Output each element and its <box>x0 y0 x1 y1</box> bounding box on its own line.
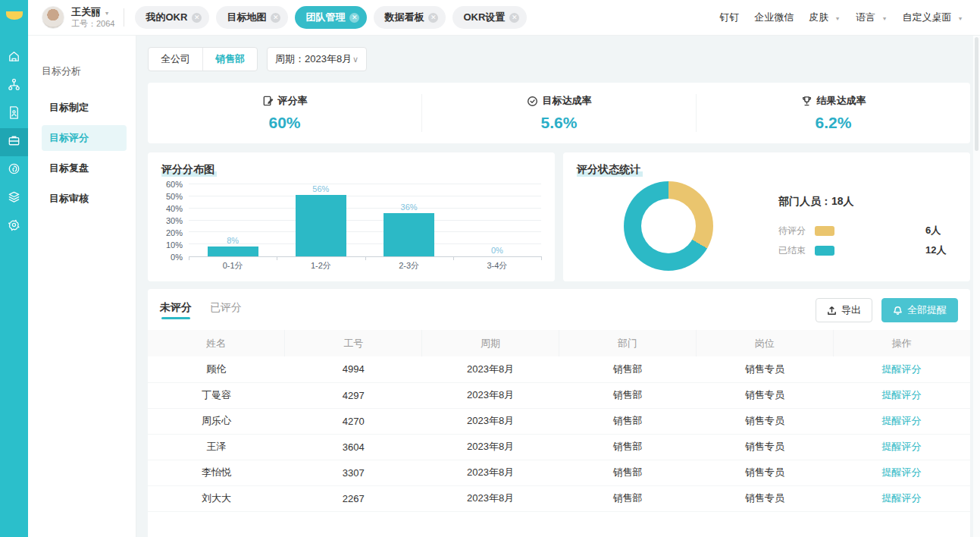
table-cell: 丁曼容 <box>148 382 285 408</box>
main-content: 全公司 销售部 周期：2023年8月 ∨ 评分率 60% 目标达成率 <box>136 36 972 537</box>
rail-item-document-user[interactable] <box>0 100 28 128</box>
bar-value-label: 36% <box>401 203 418 212</box>
export-button[interactable]: 导出 <box>816 298 872 322</box>
bar-chart: 0%10%20%30%40%50%60% 8%56%36%0% <box>161 184 541 257</box>
table-cell: 4297 <box>285 382 422 408</box>
bar[interactable] <box>384 213 434 256</box>
table-cell: 销售专员 <box>696 485 833 511</box>
rail-item-home[interactable] <box>0 44 28 72</box>
workspace-tab-0[interactable]: 我的OKR✕ <box>135 6 209 29</box>
x-axis-label: 3-4分 <box>453 260 541 272</box>
table-row: 顾伦49942023年8月销售部销售专员提醒评分 <box>148 356 970 382</box>
rail-item-gear[interactable] <box>0 212 28 240</box>
remind-all-button[interactable]: 全部提醒 <box>881 298 958 322</box>
workspace-tab-2[interactable]: 团队管理✕ <box>295 6 367 29</box>
close-icon[interactable]: ✕ <box>428 13 438 23</box>
action-cell: 提醒评分 <box>833 356 970 382</box>
tab-label: OKR设置 <box>463 11 505 24</box>
bar[interactable] <box>296 195 346 256</box>
y-axis-tick: 20% <box>166 228 183 237</box>
remind-score-link[interactable]: 提醒评分 <box>882 389 922 400</box>
bar-chart-title: 评分分布图 <box>161 163 217 177</box>
workspace-tab-3[interactable]: 数据看板✕ <box>374 6 446 29</box>
column-header: 周期 <box>422 330 559 356</box>
remind-score-link[interactable]: 提醒评分 <box>882 492 922 504</box>
user-info[interactable]: 王关丽▼ 工号：2064 <box>71 6 114 30</box>
topbar-menu-0[interactable]: 钉钉 <box>719 11 739 24</box>
tab-scored[interactable]: 已评分 <box>210 301 242 319</box>
org-chart-icon <box>7 77 21 95</box>
legend-value: 12人 <box>925 243 946 257</box>
user-avatar[interactable] <box>42 6 64 29</box>
chevron-down-icon: ▼ <box>957 15 963 21</box>
sidebar-item-0[interactable]: 目标制定 <box>42 95 127 121</box>
rail-item-briefcase[interactable] <box>0 128 28 156</box>
column-header: 工号 <box>285 330 422 356</box>
table-cell: 顾伦 <box>148 356 285 382</box>
close-icon[interactable]: ✕ <box>192 13 202 23</box>
y-axis-tick: 30% <box>166 216 183 225</box>
workspace-tab-4[interactable]: OKR设置✕ <box>452 6 527 29</box>
legend-value: 6人 <box>925 224 941 237</box>
column-header: 操作 <box>833 330 970 356</box>
donut-hole <box>641 199 696 253</box>
bar-value-label: 8% <box>227 236 239 245</box>
y-axis-tick: 50% <box>166 192 183 201</box>
vertical-scrollbar[interactable] <box>973 36 980 537</box>
remind-score-link[interactable]: 提醒评分 <box>882 441 922 452</box>
remind-score-link[interactable]: 提醒评分 <box>882 363 922 375</box>
column-header: 岗位 <box>696 330 833 356</box>
score-status-card: 评分状态统计 部门人员：18人 待评分6人已结束12人 <box>563 152 970 281</box>
rail-item-org-chart[interactable] <box>0 72 28 100</box>
tab-label: 我的OKR <box>146 11 187 24</box>
close-icon[interactable]: ✕ <box>509 13 519 23</box>
stats-card: 评分率 60% 目标达成率 5.6% 结果达成率 6.2% <box>148 83 970 143</box>
scope-option-sales-dept[interactable]: 销售部 <box>203 48 257 71</box>
workspace-tab-1[interactable]: 目标地图✕ <box>216 6 288 29</box>
stat-score-rate: 评分率 60% <box>148 94 421 132</box>
table-cell: 2023年8月 <box>422 460 559 485</box>
score-rate-icon <box>262 96 274 107</box>
sidebar-item-3[interactable]: 目标审核 <box>42 186 127 212</box>
user-employee-id: 工号：2064 <box>71 19 114 30</box>
topbar-menu-1[interactable]: 企业微信 <box>754 11 794 24</box>
period-dropdown[interactable]: 周期：2023年8月 ∨ <box>267 47 367 71</box>
scrollbar-thumb[interactable] <box>975 37 978 151</box>
topbar-menu-3[interactable]: 语言 ▼ <box>856 11 888 24</box>
chevron-down-icon: ▼ <box>104 10 109 17</box>
table-row: 刘大大22672023年8月销售部销售专员提醒评分 <box>148 485 970 511</box>
remind-score-link[interactable]: 提醒评分 <box>882 415 922 426</box>
tab-not-scored[interactable]: 未评分 <box>160 301 192 319</box>
topbar: 王关丽▼ 工号：2064 我的OKR✕目标地图✕团队管理✕数据看板✕OKR设置✕… <box>28 0 980 36</box>
table-cell: 2023年8月 <box>422 382 559 408</box>
bar[interactable] <box>208 247 258 256</box>
x-axis-label: 1-2分 <box>277 260 365 272</box>
briefcase-icon <box>7 133 21 151</box>
remind-score-link[interactable]: 提醒评分 <box>882 466 922 478</box>
action-cell: 提醒评分 <box>833 434 970 460</box>
chevron-down-icon: ▼ <box>881 15 887 21</box>
sidebar-item-2[interactable]: 目标复盘 <box>42 155 127 181</box>
scope-option-all-company[interactable]: 全公司 <box>149 48 202 71</box>
table-row: 王泽36042023年8月销售部销售专员提醒评分 <box>148 434 970 460</box>
column-header: 部门 <box>559 330 696 356</box>
table-cell: 2267 <box>285 485 422 511</box>
rail-item-layers[interactable] <box>0 184 28 212</box>
topbar-menu-4[interactable]: 自定义桌面 ▼ <box>902 11 963 24</box>
app-rail <box>0 0 28 537</box>
brand-logo[interactable] <box>0 0 28 30</box>
topbar-menu-2[interactable]: 皮肤 ▼ <box>809 11 841 24</box>
score-distribution-card: 评分分布图 0%10%20%30%40%50%60% 8%56%36%0% 0-… <box>148 152 555 281</box>
donut-ring <box>624 181 713 271</box>
rail-item-fingerprint[interactable] <box>0 156 28 184</box>
bell-icon <box>893 306 903 316</box>
stat-goal-rate: 目标达成率 5.6% <box>421 94 696 132</box>
stat-value: 5.6% <box>422 114 696 132</box>
close-icon[interactable]: ✕ <box>349 13 359 23</box>
gear-icon <box>7 218 21 235</box>
x-axis-label: 0-1分 <box>189 260 277 272</box>
table-cell: 销售专员 <box>696 460 833 485</box>
close-icon[interactable]: ✕ <box>271 13 280 23</box>
sidebar-item-1[interactable]: 目标评分 <box>42 125 127 151</box>
bar-value-label: 0% <box>491 246 503 255</box>
